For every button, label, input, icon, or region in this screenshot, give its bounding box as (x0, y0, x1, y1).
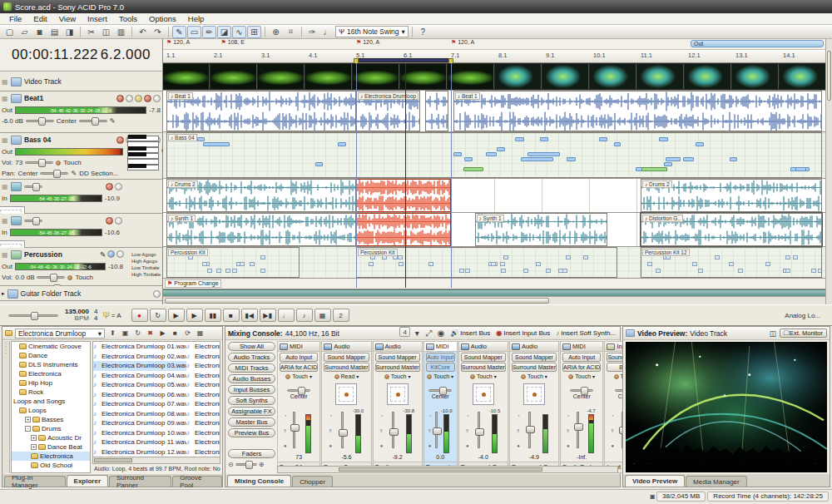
stop-button[interactable]: ■ (223, 309, 240, 322)
tree-expand-icon[interactable]: + (31, 444, 37, 450)
redo-icon[interactable]: ↷ (151, 26, 165, 38)
drum-hit-note[interactable] (698, 269, 703, 273)
drum-hit-note[interactable] (216, 269, 221, 273)
tree-item[interactable]: Loops (12, 406, 90, 415)
tempo-key-marker[interactable]: ⚑ 120, A (451, 39, 474, 46)
midi-note[interactable] (521, 157, 553, 161)
explorer-tab-surround-panner[interactable]: Surround Panner (109, 476, 171, 487)
audio-clip[interactable]: ♪ Drums 2 (166, 179, 356, 212)
drum-hit-note[interactable] (715, 255, 720, 259)
chevron-down-icon[interactable]: ▾ (413, 327, 421, 339)
video-thumbnail[interactable] (163, 64, 210, 89)
beats-display[interactable]: 6.2.000 (101, 47, 151, 63)
fader-thumb[interactable] (339, 429, 348, 437)
channel-strip-synth[interactable]: AudioSound MapperSurround MasterTouch▾◔‼… (373, 341, 423, 473)
automation-mode-button[interactable]: Touch▾ (459, 372, 508, 381)
drum-hit-note[interactable] (491, 262, 496, 266)
program-change-label[interactable]: ⚑ Program Change (165, 279, 221, 288)
drum-hit-note[interactable] (793, 255, 798, 259)
midi-note[interactable] (664, 162, 672, 166)
phase-icon[interactable]: ◔ (517, 413, 520, 418)
audio-clip[interactable] (356, 213, 451, 246)
file-item[interactable]: ♪Electronica (186, 371, 220, 381)
midi-note[interactable] (636, 167, 642, 171)
percussion-track-name[interactable]: Percussion (24, 250, 62, 259)
expand-icon[interactable]: ▸ (2, 290, 5, 297)
explorer-tab-plug-in-manager[interactable]: Plug-In Manager (4, 476, 66, 487)
audio-clip[interactable]: ♪ Synth 1 (166, 213, 356, 246)
channel-output-button[interactable]: ARIA for ACID (280, 363, 318, 372)
channel-input-button[interactable]: Sound Mapper (461, 353, 506, 362)
up-folder-icon[interactable]: ⬆ (107, 327, 118, 339)
tree-item[interactable]: Electronica (12, 369, 90, 378)
phase-icon[interactable]: ◔ (329, 413, 333, 418)
drum-hit-note[interactable] (656, 269, 661, 273)
file-item[interactable]: ♪Electronica Drumloop 12.wav (93, 447, 186, 457)
drum-hit-note[interactable] (398, 255, 403, 259)
file-item[interactable]: ♪Electronica Drumloop 02.wav (93, 352, 186, 362)
menu-options[interactable]: Options (143, 14, 182, 23)
panel-grab-handle[interactable]: ⋮⋮ (2, 341, 10, 473)
pan-control[interactable] (322, 381, 370, 408)
midi-note[interactable] (463, 167, 483, 171)
fader-thumb[interactable] (433, 427, 442, 435)
midi-icon[interactable] (107, 250, 115, 258)
midi-note[interactable] (696, 142, 703, 146)
gain-icon[interactable]: ‼ (380, 428, 384, 433)
video-thumbnail[interactable] (400, 64, 447, 89)
solo-icon[interactable] (144, 95, 151, 102)
playhead-cursor[interactable] (405, 63, 406, 288)
tree-expand-icon[interactable]: - (25, 426, 31, 432)
piano-keys[interactable]: C4 (127, 136, 159, 170)
bass04-midi-lane[interactable]: ♪ Bass 04 (163, 132, 825, 179)
track-grip-icon[interactable]: ▦ (2, 78, 8, 86)
pan-slider[interactable] (428, 389, 452, 392)
automation-clock-icon[interactable] (116, 250, 124, 258)
timeselect-tool-icon[interactable]: ⊞ (247, 26, 261, 38)
drum-hit-note[interactable] (692, 262, 697, 266)
fader-thumb[interactable] (389, 428, 399, 436)
play-button[interactable]: ▶ (186, 309, 203, 322)
phase-icon[interactable]: ◔ (284, 413, 287, 418)
mute-icon[interactable]: ● (428, 443, 432, 448)
audio-clip[interactable]: ♪ Distortion G.. (641, 213, 822, 246)
surround-panner-pad[interactable] (473, 383, 494, 405)
channel-strip-processed-g-[interactable]: AudioSound MapperSurround MasterTouch▾◔‼… (458, 341, 508, 473)
zoom-slider[interactable] (235, 463, 257, 466)
paint-tool-icon[interactable]: ✏ (202, 26, 216, 38)
drum-hit-note[interactable] (729, 262, 734, 266)
zoom-out-icon[interactable]: ⊖ (228, 461, 234, 468)
automation-clock-icon[interactable] (115, 183, 122, 190)
pan-value[interactable]: Center (17, 170, 37, 177)
midi-note[interactable] (599, 137, 607, 141)
drum-hit-note[interactable] (465, 269, 470, 273)
open-folder-icon[interactable]: ▱ (17, 26, 32, 38)
phase-icon[interactable]: ◔ (380, 413, 384, 418)
automation-mode-button[interactable]: Touch▾ (424, 372, 457, 381)
video-track-lane[interactable] (163, 63, 825, 91)
menu-edit[interactable]: Edit (27, 14, 52, 23)
file-item[interactable]: ♪Electronica Drumloop 06.wav (93, 390, 186, 400)
timeline[interactable]: Out ⚑ 120, A⚑ 108, E⚑ 120, A⚑ 120, A 1.1… (163, 39, 825, 304)
guitar-track-name[interactable]: Guitar Folder Track (21, 289, 82, 298)
file-item[interactable]: ♪Electronica (186, 390, 220, 400)
video-track-header[interactable]: ▦ Video Track (0, 72, 162, 91)
midi-note[interactable] (614, 142, 621, 146)
drum-hit-note[interactable] (546, 269, 551, 273)
channel-strip-synth-pad[interactable]: MIDIAuto InputARIA for ACIDTouch▾Center◔… (560, 341, 603, 473)
stop-preview-icon[interactable]: ■ (170, 327, 181, 339)
pan-control[interactable] (459, 381, 508, 408)
copy-frame-icon[interactable]: ◫ (770, 329, 776, 338)
fader-thumb[interactable] (526, 426, 535, 433)
synth-track-header[interactable]: ▦ In -54 -45 -36 -27 -18 -10.6 (0, 214, 162, 248)
percussion-track-lane[interactable]: Percussion KitPercussion KitPercussion K… (163, 247, 825, 279)
drum-hit-note[interactable] (225, 269, 230, 273)
drum-hit-note[interactable] (207, 269, 212, 273)
file-item[interactable]: ♪Electronica (186, 437, 220, 447)
mixer-faders-button[interactable]: Faders (228, 449, 275, 458)
automation-mode-button[interactable]: Touch▾ (374, 372, 422, 381)
select-tool-icon[interactable]: ▭ (187, 26, 201, 38)
volume-fader[interactable] (478, 412, 480, 448)
gain-icon[interactable]: ‼ (567, 428, 570, 433)
envelope-tool-icon[interactable]: ∿ (232, 26, 246, 38)
